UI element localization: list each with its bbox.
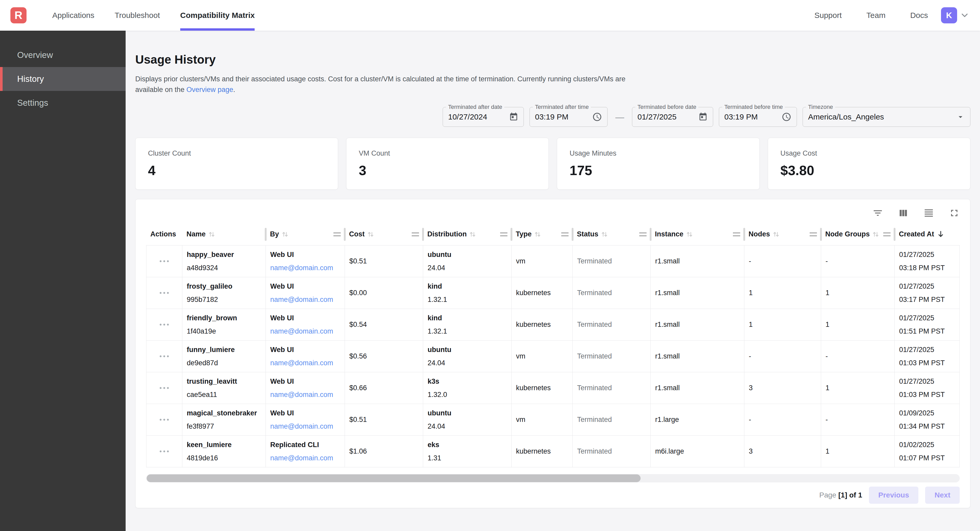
sort-icon[interactable] [872, 230, 880, 238]
overview-page-link[interactable]: Overview page [186, 86, 233, 94]
nav-link-support[interactable]: Support [815, 11, 842, 20]
calendar-icon[interactable] [698, 112, 708, 122]
sidebar-item-overview[interactable]: Overview [0, 43, 126, 67]
density-icon[interactable] [923, 208, 934, 219]
terminated-before-time-field[interactable]: Terminated before time 03:19 PM [719, 107, 797, 127]
column-header-node-groups[interactable]: Node Groups [821, 223, 895, 245]
nav-tab-troubleshoot[interactable]: Troubleshoot [105, 0, 170, 31]
table-cell: magical_stonebrakerfe3f8977 [182, 404, 266, 435]
created-at-time: 01:03 PM PST [899, 391, 955, 399]
column-header-status[interactable]: Status [573, 223, 651, 245]
timezone-value[interactable]: America/Los_Angeles [808, 113, 884, 121]
column-header-nodes[interactable]: Nodes [745, 223, 821, 245]
email-link[interactable]: name@domain.com [270, 264, 340, 272]
table-cell: Web UIname@domain.com [266, 246, 345, 277]
next-page-button[interactable]: Next [925, 487, 960, 504]
table-cell: $0.51 [345, 246, 423, 277]
created-at-time: 01:07 PM PST [899, 454, 955, 462]
column-header-distribution[interactable]: Distribution [423, 223, 512, 245]
table-cell: $0.00 [345, 277, 423, 309]
row-actions-button[interactable] [158, 257, 170, 265]
row-actions-button[interactable] [158, 384, 170, 392]
timezone-select[interactable]: Timezone America/Los_Angeles [803, 107, 970, 127]
nav-link-docs[interactable]: Docs [910, 11, 928, 20]
column-header-created-at[interactable]: Created At [895, 223, 960, 245]
terminated-after-time-field[interactable]: Terminated after time 03:19 PM [530, 107, 608, 127]
row-actions-button[interactable] [158, 289, 170, 297]
row-actions-button[interactable] [158, 352, 170, 360]
column-header-by[interactable]: By [266, 223, 345, 245]
email-link[interactable]: name@domain.com [270, 296, 340, 304]
sort-icon[interactable] [534, 230, 541, 238]
sort-icon[interactable] [367, 230, 374, 238]
cluster-name: magical_stonebraker [187, 409, 261, 417]
table-cell: happy_beavera48d9324 [182, 246, 266, 277]
horizontal-scrollbar[interactable] [146, 474, 960, 482]
table-cell: kubernetes [512, 277, 573, 309]
table-header-row: ActionsNameByCostDistributionTypeStatusI… [146, 223, 960, 246]
terminated-before-time-value[interactable]: 03:19 PM [724, 113, 757, 121]
sidebar-item-settings[interactable]: Settings [0, 91, 126, 115]
horizontal-scrollbar-thumb[interactable] [147, 474, 641, 482]
nav-link-team[interactable]: Team [866, 11, 885, 20]
column-drag-handle[interactable] [561, 232, 568, 236]
distribution-version: 1.32.1 [428, 296, 507, 304]
email-link[interactable]: name@domain.com [270, 327, 340, 335]
column-drag-handle[interactable] [883, 232, 891, 236]
sidebar-item-history[interactable]: History [0, 67, 126, 91]
column-header-name[interactable]: Name [182, 223, 266, 245]
email-link[interactable]: name@domain.com [270, 422, 340, 430]
show-hide-columns-icon[interactable] [898, 208, 909, 219]
row-actions-button[interactable] [158, 416, 170, 424]
calendar-icon[interactable] [509, 112, 519, 122]
column-drag-handle[interactable] [733, 232, 740, 236]
nodes: - [749, 257, 816, 265]
main-content: Usage History Displays prior clusters/VM… [126, 31, 980, 531]
fullscreen-icon[interactable] [949, 208, 960, 219]
created-by: Web UI [270, 377, 340, 385]
table-cell: 1 [821, 436, 895, 467]
column-header-type[interactable]: Type [512, 223, 573, 245]
terminated-before-date-value[interactable]: 01/27/2025 [638, 113, 676, 121]
row-actions-button[interactable] [158, 320, 170, 329]
filter-icon[interactable] [872, 208, 883, 219]
column-drag-handle[interactable] [810, 232, 817, 236]
replicated-logo[interactable]: R [10, 7, 27, 24]
nav-tab-compatibility-matrix[interactable]: Compatibility Matrix [170, 0, 265, 31]
email-link[interactable]: name@domain.com [270, 454, 340, 462]
stat-value: 4 [148, 163, 325, 178]
terminated-before-date-field[interactable]: Terminated before date 01/27/2025 [632, 107, 713, 127]
chevron-down-icon[interactable] [960, 10, 970, 20]
clock-icon[interactable] [592, 112, 602, 122]
sort-icon[interactable] [208, 230, 216, 238]
email-link[interactable]: name@domain.com [270, 359, 340, 367]
column-drag-handle[interactable] [333, 232, 341, 236]
column-drag-handle[interactable] [412, 232, 419, 236]
email-link[interactable]: name@domain.com [270, 391, 340, 399]
cost: $1.06 [349, 447, 418, 455]
row-actions-button[interactable] [158, 447, 170, 455]
terminated-after-date-field[interactable]: Terminated after date 10/27/2024 [443, 107, 524, 127]
sorted-descending-icon[interactable] [936, 230, 945, 239]
table-cell [146, 372, 182, 404]
avatar[interactable]: K [941, 7, 957, 24]
column-drag-handle[interactable] [639, 232, 647, 236]
sort-icon[interactable] [469, 230, 476, 238]
table-cell [146, 277, 182, 309]
table-cell: 3 [745, 372, 821, 404]
table-cell: Web UIname@domain.com [266, 277, 345, 309]
sort-icon[interactable] [601, 230, 608, 238]
sort-icon[interactable] [281, 230, 289, 238]
column-header-cost[interactable]: Cost [345, 223, 423, 245]
column-header-instance[interactable]: Instance [651, 223, 745, 245]
table-cell: - [745, 246, 821, 277]
sort-icon[interactable] [686, 230, 694, 238]
clock-icon[interactable] [781, 112, 791, 122]
terminated-after-date-value[interactable]: 10/27/2024 [448, 113, 487, 121]
caret-down-icon[interactable] [956, 113, 965, 121]
nav-tab-applications[interactable]: Applications [42, 0, 105, 31]
sort-icon[interactable] [772, 230, 780, 238]
previous-page-button[interactable]: Previous [869, 487, 918, 504]
column-drag-handle[interactable] [500, 232, 508, 236]
terminated-after-time-value[interactable]: 03:19 PM [535, 113, 568, 121]
